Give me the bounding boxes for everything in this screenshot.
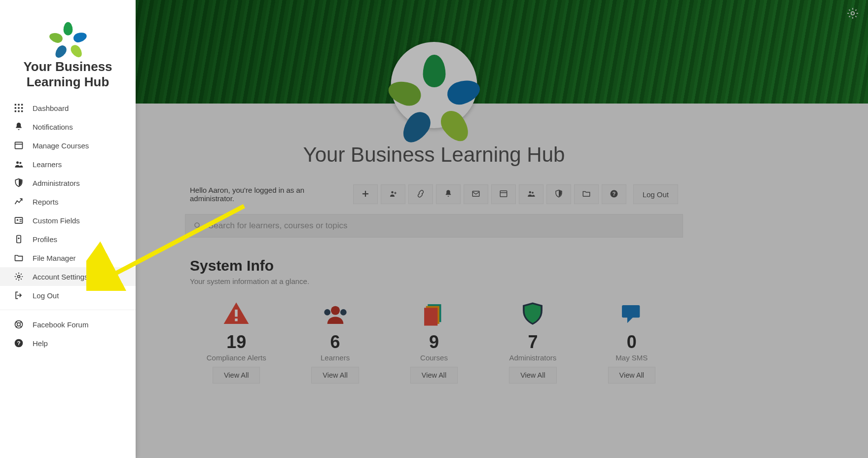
courses-icon xyxy=(388,298,480,330)
stat-value: 19 xyxy=(190,332,283,352)
shield-icon xyxy=(14,178,24,188)
toolbar-mail-button[interactable] xyxy=(464,184,488,204)
system-info-section: System Info Your system information at a… xyxy=(185,257,683,384)
toolbar-admins-button[interactable] xyxy=(546,184,571,204)
gear-icon xyxy=(14,272,24,282)
stat-label: Compliance Alerts xyxy=(190,353,283,362)
learners-icon xyxy=(289,298,381,330)
shield2-icon xyxy=(486,298,579,330)
toolbar-files-button[interactable] xyxy=(574,184,599,204)
search-icon xyxy=(193,221,202,230)
userplus-icon xyxy=(389,189,398,200)
stat-value: 6 xyxy=(289,332,381,352)
stat-courses: 9 Courses View All xyxy=(388,298,480,384)
sidebar-item-facebook-forum[interactable]: Facebook Forum xyxy=(0,315,136,334)
toolbar-alerts-button[interactable] xyxy=(436,184,461,204)
plus-icon xyxy=(361,189,370,200)
stat-label: Learners xyxy=(289,353,381,362)
brand-title: Your Business Learning Hub xyxy=(0,59,136,99)
sidebar-item-label: Learners xyxy=(33,160,62,169)
users-icon xyxy=(527,189,536,200)
window-icon xyxy=(499,189,508,200)
action-toolbar xyxy=(353,184,626,204)
logout-button[interactable]: Log Out xyxy=(633,184,678,204)
sidebar-item-label: Manage Courses xyxy=(33,141,89,150)
sidebar-item-label: Account Settings xyxy=(33,273,88,281)
sidebar-item-label: Profiles xyxy=(33,235,57,244)
toolbar-calendar-button[interactable] xyxy=(491,184,516,204)
grid-icon xyxy=(14,103,24,113)
sidebar-item-profiles[interactable]: Profiles xyxy=(0,230,136,248)
banner-logo xyxy=(391,42,477,128)
sidebar-item-log-out[interactable]: Log Out xyxy=(0,286,136,305)
stat-value: 9 xyxy=(388,332,480,352)
stat-administrators: 7 Administrators View All xyxy=(486,298,579,384)
sidebar-item-account-settings[interactable]: Account Settings xyxy=(0,267,136,286)
exit-icon xyxy=(14,290,24,300)
toolbar-add-button[interactable] xyxy=(353,184,378,204)
svg-point-37 xyxy=(195,223,199,227)
users-icon xyxy=(14,159,24,169)
view-all-button[interactable]: View All xyxy=(608,367,656,384)
stat-value: 7 xyxy=(486,332,579,352)
system-info-stats: 19 Compliance Alerts View All 6 Learners… xyxy=(190,298,678,384)
stat-label: Courses xyxy=(388,353,480,362)
bell-icon xyxy=(14,122,24,132)
question-icon xyxy=(14,338,24,348)
envelope-icon xyxy=(471,189,480,200)
sidebar-item-custom-fields[interactable]: Custom Fields xyxy=(0,211,136,230)
sidebar: Your Business Learning Hub DashboardNoti… xyxy=(0,0,136,458)
welcome-row: Hello Aaron, you're logged in as an admi… xyxy=(185,184,683,204)
bell-icon xyxy=(444,189,453,200)
sidebar-item-label: Administrators xyxy=(33,179,80,187)
stat-label: May SMS xyxy=(585,353,678,362)
sidebar-item-learners[interactable]: Learners xyxy=(0,155,136,174)
sidebar-item-help[interactable]: Help xyxy=(0,334,136,352)
toolbar-learners-button[interactable] xyxy=(519,184,543,204)
sidebar-item-label: Reports xyxy=(33,198,59,206)
search-input[interactable] xyxy=(208,221,675,231)
sidebar-item-label: Help xyxy=(33,339,48,348)
folder-icon xyxy=(14,253,24,263)
window-icon xyxy=(14,141,24,150)
view-all-button[interactable]: View All xyxy=(509,367,557,384)
sidebar-item-label: Custom Fields xyxy=(33,216,80,225)
stat-value: 0 xyxy=(585,332,678,352)
sidebar-item-label: Log Out xyxy=(33,291,59,300)
lifering-icon xyxy=(14,319,24,329)
sidebar-item-file-manager[interactable]: File Manager xyxy=(0,248,136,267)
gear-icon[interactable] xyxy=(846,7,859,20)
view-all-button[interactable]: View All xyxy=(410,367,458,384)
view-all-button[interactable]: View All xyxy=(311,367,359,384)
svg-line-38 xyxy=(199,227,201,229)
search-bar[interactable] xyxy=(185,214,683,238)
sidebar-item-label: File Manager xyxy=(33,254,76,262)
stat-label: Administrators xyxy=(486,353,579,362)
system-info-sub: Your system information at a glance. xyxy=(190,277,678,285)
welcome-text: Hello Aaron, you're logged in as an admi… xyxy=(190,186,346,203)
sidebar-item-label: Notifications xyxy=(33,123,73,131)
brand-logo xyxy=(0,5,136,59)
sidebar-item-notifications[interactable]: Notifications xyxy=(0,117,136,136)
sidebar-item-dashboard[interactable]: Dashboard xyxy=(0,99,136,117)
view-all-button[interactable]: View All xyxy=(213,367,260,384)
toolbar-link-button[interactable] xyxy=(408,184,433,204)
sidebar-item-label: Facebook Forum xyxy=(33,320,88,329)
link-icon xyxy=(416,189,425,200)
sidebar-item-label: Dashboard xyxy=(33,104,69,112)
idcard-icon xyxy=(14,215,24,225)
question-icon xyxy=(610,189,618,200)
sidebar-item-manage-courses[interactable]: Manage Courses xyxy=(0,136,136,155)
system-info-heading: System Info xyxy=(190,257,678,274)
stat-compliance-alerts: 19 Compliance Alerts View All xyxy=(190,298,283,384)
toolbar-help-button[interactable] xyxy=(602,184,626,204)
badge-icon xyxy=(14,234,24,244)
shield-icon xyxy=(554,189,563,200)
stat-learners: 6 Learners View All xyxy=(289,298,381,384)
sidebar-item-reports[interactable]: Reports xyxy=(0,192,136,211)
chart-icon xyxy=(14,197,24,207)
sidebar-item-administrators[interactable]: Administrators xyxy=(0,174,136,192)
toolbar-add-user-button[interactable] xyxy=(381,184,405,204)
folder-icon xyxy=(582,189,591,200)
sidebar-menu: DashboardNotificationsManage CoursesLear… xyxy=(0,99,136,305)
